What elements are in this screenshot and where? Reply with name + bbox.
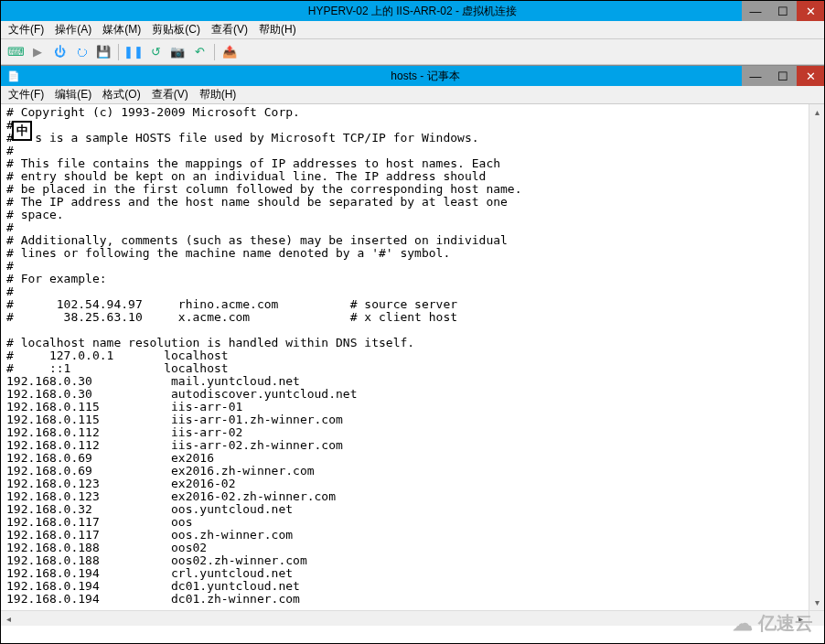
revert-icon[interactable]: ↶ [190,43,209,61]
notepad-menu-view[interactable]: 查看(V) [152,87,188,102]
vertical-scrollbar[interactable]: ▴ ▾ [809,104,824,610]
checkpoint-icon[interactable]: 📷 [168,43,187,61]
shutdown-icon[interactable]: ⭮ [72,43,91,61]
outer-window-title: HYPERV-02 上的 IIS-ARR-02 - 虚拟机连接 [1,4,824,19]
menu-action[interactable]: 操作(A) [55,22,91,38]
hosts-file-content[interactable]: # Copyright (c) 1993-2009 Microsoft Corp… [1,104,824,626]
notepad-menu-file[interactable]: 文件(F) [8,87,44,102]
close-button[interactable]: ✕ [797,1,824,21]
inner-window-controls: — ☐ ✕ [742,66,824,86]
save-icon[interactable]: 💾 [94,43,112,61]
scroll-up-icon[interactable]: ▴ [809,104,824,120]
share-icon[interactable]: 📤 [220,43,239,61]
notepad-menu-help[interactable]: 帮助(H) [199,87,237,102]
inner-titlebar: 📄 hosts - 记事本 — ☐ ✕ [1,66,824,86]
notepad-menu-format[interactable]: 格式(O) [102,87,140,102]
ctrl-alt-del-icon[interactable]: ⌨ [6,43,25,61]
inner-menubar: 文件(F) 编辑(E) 格式(O) 查看(V) 帮助(H) [1,86,824,104]
start-icon[interactable]: ▶ [28,43,47,61]
inner-close-button[interactable]: ✕ [797,66,824,86]
watermark: ☁ 亿速云 [733,611,813,636]
turnoff-icon[interactable]: ⏻ [50,43,69,61]
menu-clipboard[interactable]: 剪贴板(C) [152,22,200,38]
menu-file[interactable]: 文件(F) [8,22,44,38]
notepad-icon: 📄 [6,69,21,83]
horizontal-scrollbar[interactable]: ◂ ▸ [1,610,809,626]
inner-maximize-button[interactable]: ☐ [769,66,797,86]
ime-indicator[interactable]: 中 [12,121,32,141]
editor-area: # Copyright (c) 1993-2009 Microsoft Corp… [1,104,824,626]
notepad-window: 📄 hosts - 记事本 — ☐ ✕ 文件(F) 编辑(E) 格式(O) 查看… [1,65,824,626]
menu-view[interactable]: 查看(V) [211,22,248,38]
menu-help[interactable]: 帮助(H) [259,22,296,38]
pause-icon[interactable]: ❚❚ [124,43,143,61]
inner-minimize-button[interactable]: — [742,66,769,86]
inner-window-title: hosts - 记事本 [27,69,824,84]
reset-icon[interactable]: ↺ [146,43,165,61]
outer-menubar: 文件(F) 操作(A) 媒体(M) 剪贴板(C) 查看(V) 帮助(H) [1,21,824,39]
menu-media[interactable]: 媒体(M) [102,22,141,38]
scroll-left-icon[interactable]: ◂ [1,611,16,626]
outer-window-controls: — ☐ ✕ [742,1,824,21]
toolbar-separator [214,44,215,60]
outer-titlebar: HYPERV-02 上的 IIS-ARR-02 - 虚拟机连接 — ☐ ✕ [1,1,824,21]
watermark-text: 亿速云 [758,611,813,636]
minimize-button[interactable]: — [742,1,769,21]
maximize-button[interactable]: ☐ [769,1,797,21]
cloud-icon: ☁ [733,612,753,636]
outer-toolbar: ⌨ ▶ ⏻ ⭮ 💾 ❚❚ ↺ 📷 ↶ 📤 [1,39,824,65]
notepad-menu-edit[interactable]: 编辑(E) [55,87,91,102]
scroll-down-icon[interactable]: ▾ [809,595,824,610]
toolbar-separator [118,44,119,60]
